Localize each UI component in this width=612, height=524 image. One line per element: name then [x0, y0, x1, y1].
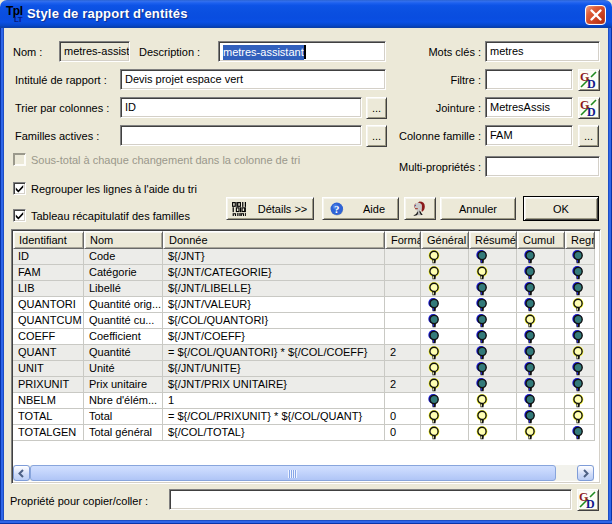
bulb-on-icon[interactable]	[469, 393, 517, 409]
person-button[interactable]	[404, 197, 436, 220]
bulb-on-icon[interactable]	[565, 409, 595, 425]
bulb-off-icon[interactable]	[517, 409, 565, 425]
bulb-off-icon[interactable]	[469, 313, 517, 329]
bulb-off-icon[interactable]	[421, 329, 469, 345]
bulb-off-icon[interactable]	[517, 377, 565, 393]
bulb-on-icon[interactable]	[421, 345, 469, 361]
bulb-on-icon[interactable]	[421, 249, 469, 265]
gd-icon: G D	[580, 99, 598, 117]
column-header-0[interactable]: Identifiant	[13, 231, 84, 249]
bulb-on-icon[interactable]	[517, 313, 565, 329]
annuler-button[interactable]: Annuler	[440, 197, 516, 220]
scrollbar-thumb[interactable]	[30, 465, 556, 481]
familles-field[interactable]	[120, 125, 362, 146]
jointure-gd-button[interactable]: G D	[578, 97, 600, 119]
bulb-off-icon[interactable]	[565, 313, 595, 329]
column-header-3[interactable]: Format	[385, 231, 421, 249]
bulb-on-icon[interactable]	[565, 297, 595, 313]
bulb-off-icon[interactable]	[565, 281, 595, 297]
bulb-off-icon[interactable]	[517, 281, 565, 297]
mots-cles-field[interactable]: metres	[485, 41, 600, 62]
bulb-off-icon[interactable]	[565, 329, 595, 345]
bulb-off-icon[interactable]	[565, 249, 595, 265]
bulb-off-icon[interactable]	[469, 329, 517, 345]
bulb-off-icon[interactable]	[565, 425, 595, 441]
bulb-off-icon[interactable]	[517, 249, 565, 265]
multi-prop-field[interactable]	[485, 156, 600, 177]
bulb-on-icon[interactable]	[421, 361, 469, 377]
bulb-off-icon[interactable]	[517, 345, 565, 361]
table-row-ID[interactable]: IDCode${/JNT}	[13, 249, 595, 265]
bulb-off-icon[interactable]	[469, 281, 517, 297]
trier-field[interactable]: ID	[120, 97, 362, 118]
bulb-off-icon[interactable]	[517, 329, 565, 345]
scroll-right-button[interactable]	[577, 465, 594, 481]
details-button[interactable]: Détails >>	[226, 197, 314, 220]
table-row-TOTAL[interactable]: TOTALTotal= ${/COL/PRIXUNIT} * ${/COL/QU…	[13, 409, 595, 425]
bulb-off-icon[interactable]	[517, 297, 565, 313]
bulb-on-icon[interactable]	[421, 265, 469, 281]
jointure-field[interactable]: MetresAssis	[485, 97, 573, 118]
bulb-off-icon[interactable]	[421, 313, 469, 329]
bulb-on-icon[interactable]	[421, 281, 469, 297]
aide-button[interactable]: ? Aide	[322, 197, 399, 220]
bulb-off-icon[interactable]	[421, 297, 469, 313]
prop-copier-gd-button[interactable]: G D	[577, 489, 599, 511]
bulb-off-icon[interactable]	[565, 361, 595, 377]
ok-button[interactable]: OK	[523, 196, 599, 221]
bulb-on-icon[interactable]	[469, 425, 517, 441]
bulb-off-icon[interactable]	[469, 377, 517, 393]
svg-text:D: D	[587, 105, 596, 117]
bulb-on-icon[interactable]	[421, 377, 469, 393]
bulb-off-icon[interactable]	[517, 361, 565, 377]
intitule-field[interactable]: Devis projet espace vert	[120, 69, 386, 90]
horizontal-scrollbar[interactable]	[13, 465, 594, 481]
table-row-QUANTCUM[interactable]: QUANTCUMQuantité cu...${/COL/QUANTORI}	[13, 313, 595, 329]
bulb-off-icon[interactable]	[517, 265, 565, 281]
bulb-off-icon[interactable]	[517, 393, 565, 409]
bulb-off-icon[interactable]	[469, 297, 517, 313]
prop-copier-field[interactable]	[169, 489, 572, 510]
bulb-off-icon[interactable]	[565, 377, 595, 393]
table-row-FAM[interactable]: FAMCatégorie${/JNT/CATEGORIE}	[13, 265, 595, 281]
nom-field[interactable]: metres-assist	[59, 41, 130, 62]
titlebar[interactable]: Tpl LT Style de rapport d'entités	[0, 0, 612, 28]
bulb-on-icon[interactable]	[469, 409, 517, 425]
column-header-2[interactable]: Donnée	[163, 231, 385, 249]
table-row-QUANTORI[interactable]: QUANTORIQuantité orig...${/JNT/VALEUR}	[13, 297, 595, 313]
bulb-on-icon[interactable]	[469, 265, 517, 281]
description-field[interactable]: metres-assistant	[218, 41, 386, 62]
table-row-UNIT[interactable]: UNITUnité${/JNT/UNITE}	[13, 361, 595, 377]
col-famille-browse-button[interactable]: ...	[578, 125, 599, 147]
bulb-off-icon[interactable]	[421, 393, 469, 409]
close-button[interactable]	[585, 5, 606, 25]
bulb-on-icon[interactable]	[421, 425, 469, 441]
table-row-PRIXUNIT[interactable]: PRIXUNITPrix unitaire${/JNT/PRIX UNITAIR…	[13, 377, 595, 393]
column-header-6[interactable]: Cumul	[517, 231, 565, 249]
table-row-TOTALGEN[interactable]: TOTALGENTotal général${/COL/TOTAL}0	[13, 425, 595, 441]
bulb-off-icon[interactable]	[565, 265, 595, 281]
filtre-gd-button[interactable]: G D	[578, 69, 600, 91]
table-row-LIB[interactable]: LIBLibellé${/JNT/LIBELLE}	[13, 281, 595, 297]
table-row-NBELM[interactable]: NBELMNbre d'élém...1	[13, 393, 595, 409]
bulb-on-icon[interactable]	[565, 393, 595, 409]
table-row-COEFF[interactable]: COEFFCoefficient${/JNT/COEFF}	[13, 329, 595, 345]
column-header-5[interactable]: Résumé	[469, 231, 517, 249]
cell: QUANTORI	[13, 297, 84, 313]
checkbox-box[interactable]	[13, 182, 26, 195]
scroll-left-button[interactable]	[13, 465, 30, 481]
bulb-off-icon[interactable]	[469, 249, 517, 265]
column-header-1[interactable]: Nom	[84, 231, 163, 249]
bulb-on-icon[interactable]	[421, 409, 469, 425]
column-header-7[interactable]: Regroupé	[565, 231, 595, 249]
table-row-QUANT[interactable]: QUANTQuantité= ${/COL/QUANTORI} * ${/COL…	[13, 345, 595, 361]
col-famille-field[interactable]: FAM	[485, 125, 573, 146]
column-header-4[interactable]: Général	[421, 231, 469, 249]
checkbox-box[interactable]	[13, 153, 26, 166]
bulb-on-icon[interactable]	[565, 345, 595, 361]
filtre-field[interactable]	[485, 69, 573, 90]
bulb-on-icon[interactable]	[517, 425, 565, 441]
checkbox-box[interactable]	[13, 209, 26, 222]
bulb-off-icon[interactable]	[469, 345, 517, 361]
bulb-off-icon[interactable]	[469, 361, 517, 377]
